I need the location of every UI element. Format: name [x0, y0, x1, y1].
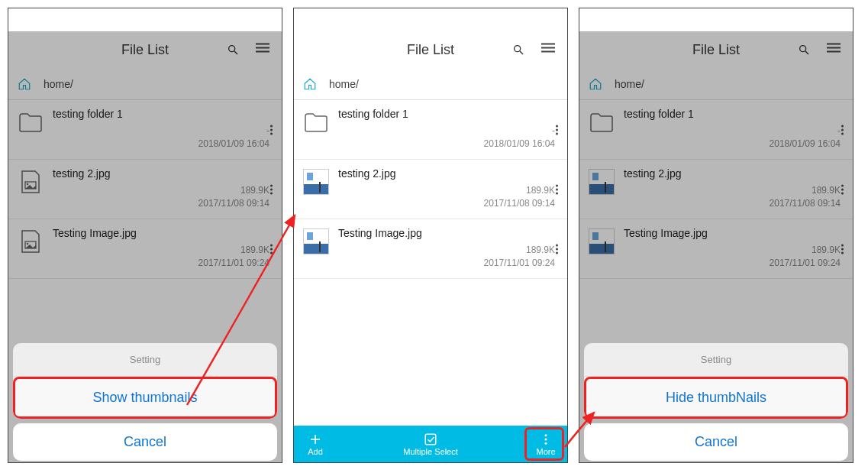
cancel-button[interactable]: Cancel — [584, 423, 848, 461]
action-sheet: Setting Show thumbnails Cancel — [8, 343, 282, 462]
file-size: 189.9K — [526, 184, 555, 197]
file-name: Testing Image.jpg — [338, 227, 555, 239]
sheet-heading: Setting — [13, 343, 277, 377]
home-icon — [303, 77, 317, 91]
file-name: testing 2.jpg — [338, 167, 555, 180]
list-item[interactable]: testing folder 1 - 2018/01/09 16:04 — [294, 100, 567, 160]
status-bar — [579, 8, 853, 31]
add-button[interactable]: Add — [294, 426, 337, 462]
folder-icon — [303, 109, 329, 135]
multiple-select-button[interactable]: Multiple Select — [337, 426, 524, 462]
item-more-icon[interactable] — [556, 244, 558, 254]
action-sheet: Setting Hide thumbNails Cancel — [579, 343, 853, 462]
screen-show-thumbnails: File List home/ testing folder 1 - 2018/… — [8, 8, 282, 463]
file-size: 189.9K — [526, 244, 555, 257]
cancel-button[interactable]: Cancel — [13, 423, 277, 461]
svg-point-6 — [515, 46, 521, 52]
checkbox-icon — [424, 433, 437, 446]
hide-thumbnails-button[interactable]: Hide thumbNails — [584, 377, 848, 419]
file-date: 2018/01/09 16:04 — [484, 138, 555, 151]
sheet-heading: Setting — [584, 343, 848, 377]
file-name: testing folder 1 — [338, 108, 555, 120]
svg-rect-10 — [425, 434, 436, 445]
search-icon[interactable] — [512, 44, 524, 56]
item-more-icon[interactable] — [556, 125, 558, 134]
screen-hide-thumbnails: File List home/ testing folder 1 - 2018/… — [579, 8, 853, 463]
multi-label: Multiple Select — [403, 447, 458, 456]
screen-thumbnails-enabled: File List home/ testing folder 1 - 2018/… — [293, 8, 568, 463]
list-item[interactable]: testing 2.jpg 189.9K 2017/11/08 09:14 — [294, 160, 567, 219]
list-item[interactable]: Testing Image.jpg 189.9K 2017/11/01 09:2… — [294, 219, 567, 279]
breadcrumb[interactable]: home/ — [294, 68, 567, 100]
status-bar — [294, 8, 567, 31]
thumbnail-icon — [303, 169, 329, 195]
status-bar — [8, 8, 282, 31]
item-more-icon[interactable] — [556, 184, 558, 194]
show-thumbnails-button[interactable]: Show thumbnails — [13, 377, 277, 419]
file-date: 2017/11/08 09:14 — [484, 197, 555, 210]
app-header: File List — [294, 31, 567, 68]
hamburger-icon[interactable] — [541, 41, 555, 59]
highlight-more-button — [524, 427, 564, 461]
file-size: - — [552, 125, 555, 138]
file-date: 2017/11/01 09:24 — [484, 257, 555, 270]
plus-icon — [308, 433, 322, 446]
svg-line-7 — [520, 51, 523, 54]
breadcrumb-path: home/ — [329, 78, 359, 90]
add-label: Add — [308, 447, 323, 456]
page-title: File List — [407, 42, 454, 58]
thumbnail-icon — [303, 228, 329, 254]
